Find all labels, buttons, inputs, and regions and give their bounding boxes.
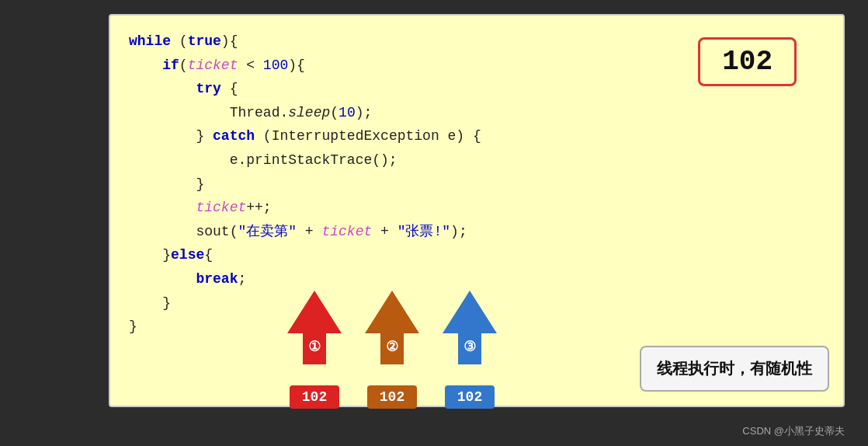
keyword-while: while	[129, 33, 171, 49]
code-line-4: Thread.sleep(10);	[129, 101, 825, 125]
arrow-label-3: 102	[445, 385, 495, 409]
watermark: CSDN @小黑子史蒂夫	[742, 424, 845, 438]
code-line-9: sout("在卖第" + ticket + "张票!");	[129, 220, 825, 244]
svg-text:②: ②	[386, 339, 398, 354]
code-line-6: e.printStackTrace();	[129, 148, 825, 172]
number-badge: 102	[698, 37, 797, 86]
code-line-7: }	[129, 172, 825, 197]
arrow-label-2: 102	[367, 385, 417, 409]
code-line-11: break;	[129, 267, 825, 291]
main-container: while (true){ if(ticket < 100){ try { Th…	[0, 0, 868, 446]
arrow-up-1: ①	[287, 291, 342, 384]
arrow-group-3: ③ 102	[443, 291, 497, 409]
arrow-label-1: 102	[290, 385, 339, 409]
speech-bubble: 线程执行时，有随机性	[640, 346, 829, 392]
arrows-area: ① 102 ② 102 ③ 102	[287, 291, 497, 409]
arrow-up-3: ③	[443, 291, 497, 384]
code-line-10: }else{	[129, 243, 825, 267]
code-line-8: ticket++;	[129, 196, 825, 220]
arrow-group-1: ① 102	[287, 291, 342, 409]
svg-text:①: ①	[308, 339, 321, 354]
arrow-up-2: ②	[365, 291, 419, 384]
arrow-group-2: ② 102	[365, 291, 419, 409]
svg-text:③: ③	[464, 339, 476, 354]
code-line-5: } catch (InterruptedException e) {	[129, 124, 825, 148]
